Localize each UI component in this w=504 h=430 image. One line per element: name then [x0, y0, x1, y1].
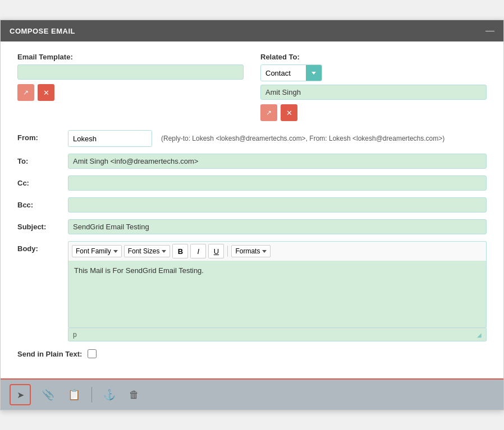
cc-field	[68, 175, 487, 191]
formats-dropdown[interactable]: Formats	[231, 245, 271, 257]
form-content: Email Template: ↗ ✕ Related To: Con	[1, 41, 503, 369]
font-family-chevron-icon	[113, 250, 118, 253]
to-label: To:	[17, 154, 68, 165]
from-select-wrap	[68, 130, 152, 147]
plain-text-label: Send in Plain Text:	[17, 350, 82, 358]
formats-label: Formats	[235, 247, 260, 255]
minimize-button[interactable]: —	[485, 26, 494, 36]
from-field: (Reply-to: Lokesh <lokesh@dreamertechs.c…	[68, 130, 487, 147]
resize-icon: ◢	[477, 332, 482, 338]
from-input[interactable]	[68, 132, 152, 146]
font-family-label: Font Family	[76, 247, 111, 255]
template-icon: 📋	[68, 389, 80, 401]
email-template-link-button[interactable]: ↗	[17, 84, 34, 101]
send-button[interactable]: ➤	[10, 384, 31, 405]
link-icon: ↗	[266, 109, 272, 117]
subject-row: Subject:	[17, 219, 487, 234]
subject-label: Subject:	[17, 219, 68, 231]
reply-to-text: (Reply-to: Lokesh <lokesh@dreamertechs.c…	[161, 135, 445, 142]
cc-input[interactable]	[68, 175, 487, 191]
link-icon: ⚓	[103, 389, 116, 401]
bcc-label: Bcc:	[17, 197, 68, 209]
bcc-input[interactable]	[68, 197, 487, 212]
send-icon: ➤	[17, 390, 24, 400]
chevron-down-icon	[311, 72, 316, 75]
body-tag: p	[73, 331, 77, 339]
compose-email-window: COMPOSE EMAIL — Email Template: ↗ ✕ Rela…	[0, 20, 504, 410]
template-button[interactable]: 📋	[66, 386, 83, 403]
link-icon: ↗	[23, 89, 29, 96]
underline-button[interactable]: U	[208, 244, 224, 258]
related-to-buttons: ↗ ✕	[260, 104, 487, 121]
related-to-section: Related To: Contact ↗	[260, 53, 487, 121]
plain-text-checkbox[interactable]	[88, 349, 97, 358]
font-sizes-chevron-icon	[162, 250, 166, 253]
body-row: Body: Font Family Font Sizes B I	[17, 241, 487, 341]
formats-chevron-icon	[262, 250, 267, 253]
footer-toolbar: ➤ 📎 📋 ⚓ 🗑	[1, 378, 503, 410]
font-sizes-label: Font Sizes	[128, 247, 160, 255]
from-label: From:	[17, 130, 68, 142]
body-content: This Mail is For SendGrid Email Testing.	[74, 266, 204, 275]
subject-input[interactable]	[68, 219, 487, 234]
link-button[interactable]: ⚓	[101, 386, 118, 403]
email-template-label: Email Template:	[17, 53, 244, 61]
cc-label: Cc:	[17, 175, 68, 187]
subject-field	[68, 219, 487, 234]
bcc-row: Bcc:	[17, 197, 487, 212]
close-icon: ✕	[286, 109, 292, 117]
to-field	[68, 154, 487, 169]
related-to-dropdown-arrow[interactable]	[306, 65, 322, 81]
email-template-input[interactable]	[17, 64, 244, 80]
to-input[interactable]	[68, 154, 487, 169]
attachment-button[interactable]: 📎	[40, 386, 57, 403]
italic-button[interactable]: I	[190, 244, 206, 258]
related-to-label: Related To:	[260, 53, 487, 61]
related-to-select-wrap: Contact	[260, 64, 322, 81]
bold-button[interactable]: B	[172, 244, 188, 258]
from-row: From: (Reply-to: Lokesh <lokesh@dreamert…	[17, 130, 487, 147]
bcc-field	[68, 197, 487, 212]
titlebar: COMPOSE EMAIL —	[1, 20, 503, 41]
window-title: COMPOSE EMAIL	[10, 27, 75, 35]
underline-icon: U	[214, 247, 219, 256]
body-label: Body:	[17, 241, 68, 253]
cc-row: Cc:	[17, 175, 487, 191]
related-to-clear-button[interactable]: ✕	[281, 104, 297, 121]
delete-icon: 🗑	[129, 389, 139, 401]
email-template-clear-button[interactable]: ✕	[38, 84, 54, 101]
font-sizes-dropdown[interactable]: Font Sizes	[124, 245, 171, 257]
footer-divider	[91, 387, 92, 403]
close-icon: ✕	[43, 89, 49, 97]
font-family-dropdown[interactable]: Font Family	[72, 245, 122, 257]
email-template-buttons: ↗ ✕	[17, 84, 244, 101]
body-field: Font Family Font Sizes B I U	[68, 241, 487, 341]
plain-text-row: Send in Plain Text:	[17, 349, 487, 358]
toolbar-separator	[227, 246, 228, 257]
body-editor[interactable]: This Mail is For SendGrid Email Testing.	[68, 261, 487, 328]
related-to-row: Contact	[260, 64, 487, 81]
italic-icon: I	[198, 247, 200, 256]
top-section: Email Template: ↗ ✕ Related To: Con	[17, 53, 487, 121]
attachment-icon: 📎	[42, 389, 54, 401]
related-to-select[interactable]: Contact	[261, 66, 306, 80]
body-footer: p ◢	[68, 328, 487, 341]
email-template-section: Email Template: ↗ ✕	[17, 53, 244, 121]
related-to-link-button[interactable]: ↗	[260, 104, 277, 121]
related-to-contact-input[interactable]	[260, 85, 487, 100]
delete-button[interactable]: 🗑	[127, 387, 141, 403]
body-toolbar: Font Family Font Sizes B I U	[68, 241, 487, 261]
to-row: To:	[17, 154, 487, 169]
bold-icon: B	[178, 247, 183, 256]
